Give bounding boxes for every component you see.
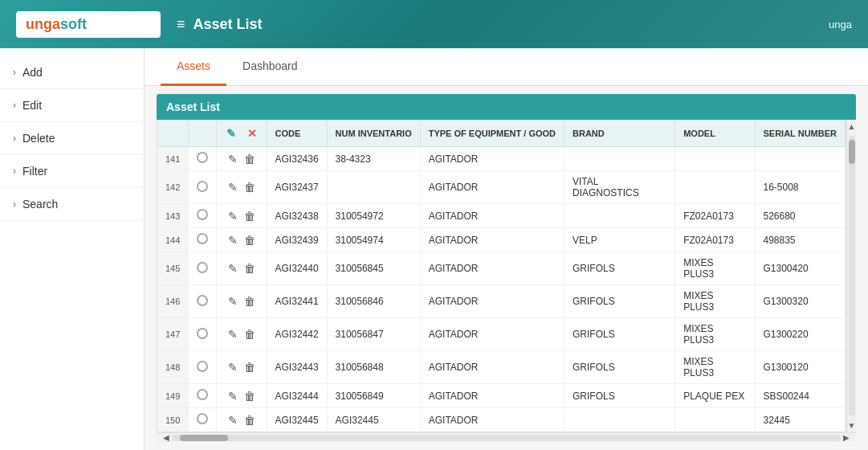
row-actions-cell[interactable]: ✎ 🗑 <box>217 384 267 408</box>
row-code: AGI32439 <box>267 228 327 252</box>
row-num-inv: 310056848 <box>327 351 420 384</box>
row-edit-icon[interactable]: ✎ <box>226 388 239 404</box>
row-checkbox[interactable] <box>197 413 208 424</box>
row-edit-icon[interactable]: ✎ <box>226 326 239 342</box>
row-edit-icon[interactable]: ✎ <box>226 151 239 167</box>
row-edit-icon[interactable]: ✎ <box>226 208 239 224</box>
sidebar-item-search[interactable]: › Search <box>0 188 144 221</box>
row-checkbox[interactable] <box>197 361 208 372</box>
row-brand: GRIFOLS <box>564 384 675 408</box>
main-container: › Add › Edit › Delete › Filter › Search … <box>0 48 868 450</box>
row-edit-icon[interactable]: ✎ <box>226 293 239 309</box>
scroll-right-icon[interactable]: ▶ <box>841 433 852 442</box>
row-delete-icon[interactable]: 🗑 <box>242 208 257 224</box>
row-actions-cell[interactable]: ✎ 🗑 <box>217 228 267 252</box>
row-checkbox-cell[interactable] <box>189 171 217 204</box>
row-checkbox[interactable] <box>197 389 208 400</box>
row-code: AGI32438 <box>267 204 327 228</box>
row-delete-icon[interactable]: 🗑 <box>242 326 257 342</box>
row-checkbox-cell[interactable] <box>189 318 217 351</box>
tab-assets[interactable]: Assets <box>161 48 226 86</box>
row-actions-cell[interactable]: ✎ 🗑 <box>217 171 267 204</box>
row-actions-cell[interactable]: ✎ 🗑 <box>217 408 267 432</box>
table-row: 149 ✎ 🗑 AGI32444 310056849 AGITADOR GRIF… <box>157 384 846 408</box>
vertical-scrollbar[interactable]: ▲ ▼ <box>846 120 856 432</box>
horizontal-scrollbar[interactable]: ◀ ▶ <box>157 432 856 442</box>
tab-dashboard[interactable]: Dashboard <box>226 48 314 86</box>
row-code: AGI32445 <box>267 408 327 432</box>
row-actions-cell[interactable]: ✎ 🗑 <box>217 285 267 318</box>
row-checkbox[interactable] <box>197 181 208 192</box>
row-delete-icon[interactable]: 🗑 <box>242 179 257 195</box>
row-edit-icon[interactable]: ✎ <box>226 260 239 276</box>
row-edit-icon[interactable]: ✎ <box>226 359 239 375</box>
row-checkbox[interactable] <box>197 328 208 339</box>
row-number: 149 <box>157 384 189 408</box>
row-type: AGITADOR <box>420 204 564 228</box>
row-serial: G1300420 <box>755 252 846 285</box>
row-checkbox[interactable] <box>197 262 208 273</box>
table-row: 146 ✎ 🗑 AGI32441 310056846 AGITADOR GRIF… <box>157 285 846 318</box>
table-header-row: ✎ ✕ CODE NUM INVENTARIO TYPE OF EQUIPMEN… <box>157 121 846 147</box>
row-delete-icon[interactable]: 🗑 <box>242 260 257 276</box>
row-checkbox-cell[interactable] <box>189 285 217 318</box>
row-type: AGITADOR <box>420 171 564 204</box>
row-brand: VITAL DIAGNOSTICS <box>564 171 675 204</box>
tabs-bar: Assets Dashboard <box>145 48 868 86</box>
row-actions-cell[interactable]: ✎ 🗑 <box>217 351 267 384</box>
row-checkbox-cell[interactable] <box>189 228 217 252</box>
row-serial: 526680 <box>755 204 846 228</box>
row-brand <box>564 204 675 228</box>
row-checkbox-cell[interactable] <box>189 204 217 228</box>
sidebar-item-edit[interactable]: › Edit <box>0 89 144 122</box>
scroll-thumb-vertical[interactable] <box>849 140 855 164</box>
row-checkbox-cell[interactable] <box>189 147 217 171</box>
row-checkbox-cell[interactable] <box>189 351 217 384</box>
sidebar-item-filter[interactable]: › Filter <box>0 155 144 188</box>
row-serial: 32445 <box>755 408 846 432</box>
row-actions-cell[interactable]: ✎ 🗑 <box>217 147 267 171</box>
scroll-thumb-horizontal[interactable] <box>180 435 228 441</box>
row-checkbox-cell[interactable] <box>189 408 217 432</box>
row-edit-icon[interactable]: ✎ <box>226 179 239 195</box>
row-delete-icon[interactable]: 🗑 <box>242 359 257 375</box>
sidebar-item-delete[interactable]: › Delete <box>0 122 144 155</box>
row-actions-cell[interactable]: ✎ 🗑 <box>217 204 267 228</box>
row-actions-cell[interactable]: ✎ 🗑 <box>217 318 267 351</box>
scroll-down-icon[interactable]: ▼ <box>848 419 856 432</box>
row-num-inv: 310056845 <box>327 252 420 285</box>
row-serial: 498835 <box>755 228 846 252</box>
table-row: 142 ✎ 🗑 AGI32437 AGITADOR VITAL DIAGNOST… <box>157 171 846 204</box>
row-checkbox[interactable] <box>197 209 208 220</box>
row-delete-icon[interactable]: 🗑 <box>242 151 257 167</box>
row-type: AGITADOR <box>420 351 564 384</box>
scroll-left-icon[interactable]: ◀ <box>161 433 172 442</box>
row-delete-icon[interactable]: 🗑 <box>242 293 257 309</box>
header-edit-icon[interactable]: ✎ <box>225 125 238 141</box>
row-num-inv: 310054972 <box>327 204 420 228</box>
sidebar-item-add[interactable]: › Add <box>0 56 144 89</box>
row-delete-icon[interactable]: 🗑 <box>242 412 257 428</box>
row-serial: G1300120 <box>755 351 846 384</box>
table-wrapper[interactable]: ✎ ✕ CODE NUM INVENTARIO TYPE OF EQUIPMEN… <box>157 120 846 432</box>
header-delete-icon[interactable]: ✕ <box>246 125 259 141</box>
row-checkbox[interactable] <box>197 152 208 163</box>
hamburger-icon[interactable]: ≡ <box>177 16 185 33</box>
row-delete-icon[interactable]: 🗑 <box>242 232 257 248</box>
row-checkbox-cell[interactable] <box>189 252 217 285</box>
row-edit-icon[interactable]: ✎ <box>226 232 239 248</box>
row-code: AGI32437 <box>267 171 327 204</box>
logo-container: ungasoft <box>16 11 161 38</box>
row-checkbox-cell[interactable] <box>189 384 217 408</box>
row-edit-icon[interactable]: ✎ <box>226 412 239 428</box>
row-actions-cell[interactable]: ✎ 🗑 <box>217 252 267 285</box>
asset-table: ✎ ✕ CODE NUM INVENTARIO TYPE OF EQUIPMEN… <box>157 121 846 432</box>
app-header: ungasoft ≡ Asset List unga <box>0 0 868 48</box>
row-checkbox[interactable] <box>197 295 208 306</box>
row-delete-icon[interactable]: 🗑 <box>242 388 257 404</box>
scroll-up-icon[interactable]: ▲ <box>848 120 856 133</box>
col-serial: SERIAL NUMBER <box>755 121 846 147</box>
chevron-icon: › <box>13 166 16 177</box>
row-brand: GRIFOLS <box>564 285 675 318</box>
row-checkbox[interactable] <box>197 233 208 244</box>
